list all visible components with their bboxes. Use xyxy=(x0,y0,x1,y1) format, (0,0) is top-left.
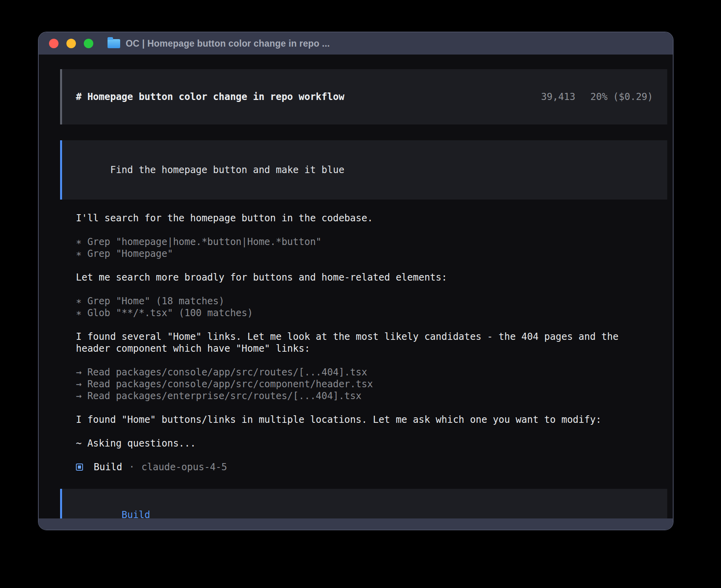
assistant-text: I found several "Home" links. Let me loo… xyxy=(76,331,653,343)
composer-status: Build Claude Opus 4.5 OpenCode Zen xyxy=(76,497,653,518)
window-title: OC | Homepage button color change in rep… xyxy=(126,38,330,49)
assistant-text: I found "Home" buttons/links in multiple… xyxy=(76,414,653,426)
agent-build-icon xyxy=(76,464,83,471)
terminal-content: # Homepage button color change in repo w… xyxy=(39,55,673,518)
agent-name: Build xyxy=(94,461,122,473)
assistant-transcript: I'll search for the homepage button in t… xyxy=(60,212,667,473)
assistant-text: I'll search for the homepage button in t… xyxy=(76,212,653,224)
user-message-text: Find the homepage button and make it blu… xyxy=(110,164,344,175)
assistant-status-text: ~ Asking questions... xyxy=(76,437,653,449)
folder-icon xyxy=(108,39,120,48)
tool-call-read: → Read packages/console/app/src/componen… xyxy=(76,378,653,390)
tool-call-grep: ∗ Grep "Home" (18 matches) xyxy=(76,295,653,307)
agent-status-line: Build · claude-opus-4-5 xyxy=(76,461,653,473)
tool-call-read: → Read packages/console/app/src/routes/[… xyxy=(76,366,653,378)
separator-dot: · xyxy=(129,461,134,473)
context-percent: 20% xyxy=(590,91,607,102)
assistant-text: header component which have "Home" links… xyxy=(76,343,653,354)
composer-agent: Build xyxy=(122,509,150,518)
traffic-lights xyxy=(49,39,93,48)
user-message: Find the homepage button and make it blu… xyxy=(60,140,667,200)
window-bottom-chrome xyxy=(39,518,673,530)
close-button[interactable] xyxy=(49,39,59,48)
token-count: 39,413 xyxy=(541,91,576,102)
composer-input[interactable]: Build Claude Opus 4.5 OpenCode Zen xyxy=(60,489,667,518)
session-header: # Homepage button color change in repo w… xyxy=(60,69,667,124)
minimize-button[interactable] xyxy=(66,39,76,48)
assistant-text: Let me search more broadly for buttons a… xyxy=(76,271,653,283)
agent-model: claude-opus-4-5 xyxy=(142,461,227,473)
window-titlebar[interactable]: OC | Homepage button color change in rep… xyxy=(39,32,673,55)
session-cost: ($0.29) xyxy=(613,91,653,102)
terminal-window: OC | Homepage button color change in rep… xyxy=(38,32,674,530)
tool-call-grep: ∗ Grep "homepage|home.*button|Home.*butt… xyxy=(76,236,653,248)
session-stats: 39,41320%($0.29) xyxy=(495,79,653,115)
session-title: # Homepage button color change in repo w… xyxy=(76,91,344,103)
tool-call-read: → Read packages/enterprise/src/routes/[.… xyxy=(76,390,653,402)
tool-call-glob: ∗ Glob "**/*.tsx" (100 matches) xyxy=(76,307,653,319)
tool-call-grep: ∗ Grep "Homepage" xyxy=(76,248,653,260)
zoom-button[interactable] xyxy=(84,39,93,48)
